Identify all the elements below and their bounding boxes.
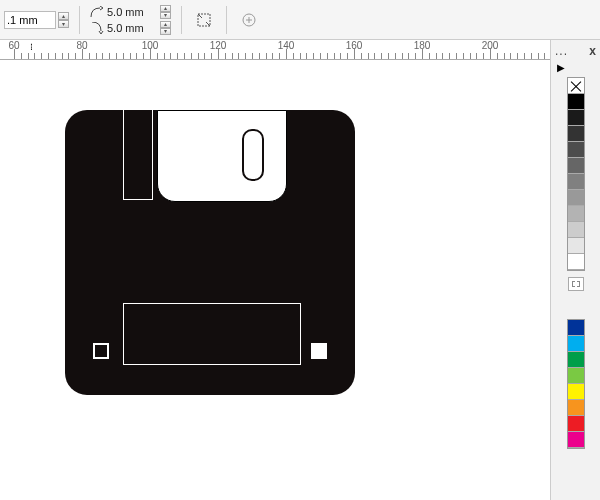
panel-header: ... x bbox=[551, 40, 600, 62]
panel-menu-icon[interactable]: ... bbox=[555, 44, 568, 58]
ruler-tick-minor bbox=[198, 53, 199, 59]
separator bbox=[79, 6, 80, 34]
corner-y-icon bbox=[90, 22, 104, 34]
ruler-tick-minor bbox=[395, 53, 396, 59]
ruler-tick-minor bbox=[123, 53, 124, 59]
stroke-width-group: ▴ ▾ bbox=[4, 11, 69, 29]
separator bbox=[226, 6, 227, 34]
swatch[interactable] bbox=[568, 400, 584, 416]
color-palette bbox=[567, 319, 585, 449]
ruler-tick-minor bbox=[347, 53, 348, 59]
floppy-shutter bbox=[157, 110, 287, 202]
ruler-tick-minor bbox=[48, 53, 49, 59]
swatch[interactable] bbox=[568, 142, 584, 158]
ruler-tick-minor bbox=[266, 53, 267, 59]
scale-corners-button[interactable] bbox=[192, 8, 216, 32]
canvas-workspace[interactable] bbox=[0, 60, 550, 500]
spinner-down-icon[interactable]: ▾ bbox=[160, 12, 171, 19]
ruler-label: 200 bbox=[482, 40, 499, 51]
ruler-tick-minor bbox=[300, 53, 301, 59]
corner-x-value: 5.0 mm bbox=[107, 6, 157, 18]
grayscale-palette bbox=[567, 77, 585, 271]
ruler-tick-minor bbox=[470, 53, 471, 59]
spinner-up-icon[interactable]: ▴ bbox=[160, 21, 171, 28]
add-button[interactable] bbox=[237, 8, 261, 32]
ruler-tick-minor bbox=[245, 53, 246, 59]
palette-options-button[interactable] bbox=[568, 277, 584, 291]
ruler-tick-minor bbox=[320, 53, 321, 59]
ruler-tick-minor bbox=[170, 53, 171, 59]
separator bbox=[181, 6, 182, 34]
floppy-notch bbox=[123, 110, 153, 200]
swatch[interactable] bbox=[568, 174, 584, 190]
swatch[interactable] bbox=[568, 416, 584, 432]
ruler-tick-minor bbox=[456, 53, 457, 59]
ruler-tick-minor bbox=[28, 53, 29, 59]
swatch[interactable] bbox=[568, 158, 584, 174]
ruler-tick-minor bbox=[388, 53, 389, 59]
ruler-tick-minor bbox=[374, 53, 375, 59]
ruler-tick-minor bbox=[34, 53, 35, 59]
ruler-tick-minor bbox=[449, 53, 450, 59]
corner-x-icon bbox=[90, 6, 104, 18]
swatch[interactable] bbox=[568, 94, 584, 110]
ruler-tick-minor bbox=[415, 53, 416, 59]
floppy-hole-right bbox=[311, 343, 327, 359]
ruler-tick-minor bbox=[116, 53, 117, 59]
swatch[interactable] bbox=[568, 336, 584, 352]
ruler-marker-icon: ⁞ bbox=[30, 42, 33, 52]
ruler-tick-minor bbox=[381, 53, 382, 59]
ruler-tick-minor bbox=[191, 53, 192, 59]
swatch[interactable] bbox=[568, 432, 584, 448]
stroke-width-spinners: ▴ ▾ bbox=[58, 12, 69, 28]
spinner-up-icon[interactable]: ▴ bbox=[160, 5, 171, 12]
ruler-tick-minor bbox=[41, 53, 42, 59]
ruler-tick-minor bbox=[232, 53, 233, 59]
ruler-tick-minor bbox=[143, 53, 144, 59]
swatch[interactable] bbox=[568, 222, 584, 238]
ruler-tick-minor bbox=[55, 53, 56, 59]
ruler-tick-minor bbox=[238, 53, 239, 59]
ruler-tick-minor bbox=[340, 53, 341, 59]
floppy-label-area bbox=[123, 303, 301, 365]
flyout-arrow-icon[interactable]: ▶ bbox=[551, 62, 600, 73]
ruler-tick-minor bbox=[109, 53, 110, 59]
ruler-tick-minor bbox=[68, 53, 69, 59]
ruler-label: 100 bbox=[142, 40, 159, 51]
swatch-none[interactable] bbox=[568, 78, 584, 94]
ruler-tick-minor bbox=[184, 53, 185, 59]
stroke-width-input[interactable] bbox=[4, 11, 56, 29]
swatch[interactable] bbox=[568, 238, 584, 254]
swatch[interactable] bbox=[568, 320, 584, 336]
close-icon[interactable]: x bbox=[589, 44, 596, 58]
floppy-shape[interactable] bbox=[65, 110, 355, 395]
ruler-tick-minor bbox=[476, 53, 477, 59]
corner-x-spinners: ▴ ▾ bbox=[160, 5, 171, 19]
swatch[interactable] bbox=[568, 254, 584, 270]
swatch[interactable] bbox=[568, 352, 584, 368]
ruler-tick-minor bbox=[157, 53, 158, 59]
spinner-down-icon[interactable]: ▾ bbox=[160, 28, 171, 35]
swatch[interactable] bbox=[568, 110, 584, 126]
ruler-tick-minor bbox=[177, 53, 178, 59]
ruler-tick-minor bbox=[408, 53, 409, 59]
canvas[interactable] bbox=[0, 60, 550, 500]
swatch[interactable] bbox=[568, 384, 584, 400]
ruler-tick-minor bbox=[272, 53, 273, 59]
swatch[interactable] bbox=[568, 368, 584, 384]
ruler-label: 120 bbox=[210, 40, 227, 51]
corner-y-value: 5.0 mm bbox=[107, 22, 157, 34]
ruler-label: 80 bbox=[76, 40, 87, 51]
swatch[interactable] bbox=[568, 206, 584, 222]
ruler-tick-minor bbox=[510, 53, 511, 59]
swatch[interactable] bbox=[568, 126, 584, 142]
ruler-tick-minor bbox=[75, 53, 76, 59]
ruler-tick-minor bbox=[136, 53, 137, 59]
horizontal-ruler: ⁞ 6080100120140160180200 bbox=[0, 40, 550, 60]
ruler-tick-minor bbox=[429, 53, 430, 59]
ruler-tick-minor bbox=[89, 53, 90, 59]
spinner-down-icon[interactable]: ▾ bbox=[58, 20, 69, 28]
swatch[interactable] bbox=[568, 190, 584, 206]
ruler-tick-minor bbox=[334, 53, 335, 59]
spinner-up-icon[interactable]: ▴ bbox=[58, 12, 69, 20]
